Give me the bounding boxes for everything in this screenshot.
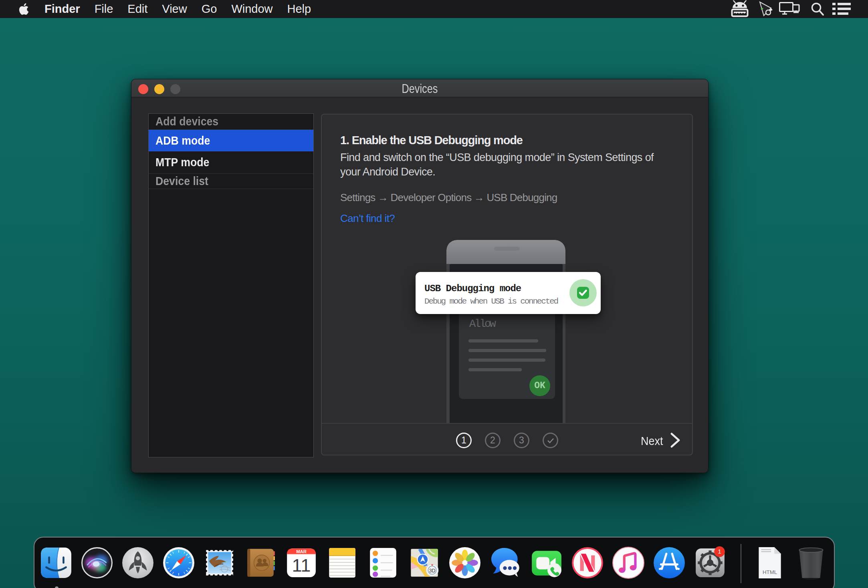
svg-text:HTML: HTML: [763, 569, 777, 575]
svg-text:MAR: MAR: [296, 549, 307, 554]
svg-text:11: 11: [292, 555, 311, 576]
svg-text:1: 1: [718, 548, 721, 555]
svg-text:3D: 3D: [429, 568, 436, 574]
